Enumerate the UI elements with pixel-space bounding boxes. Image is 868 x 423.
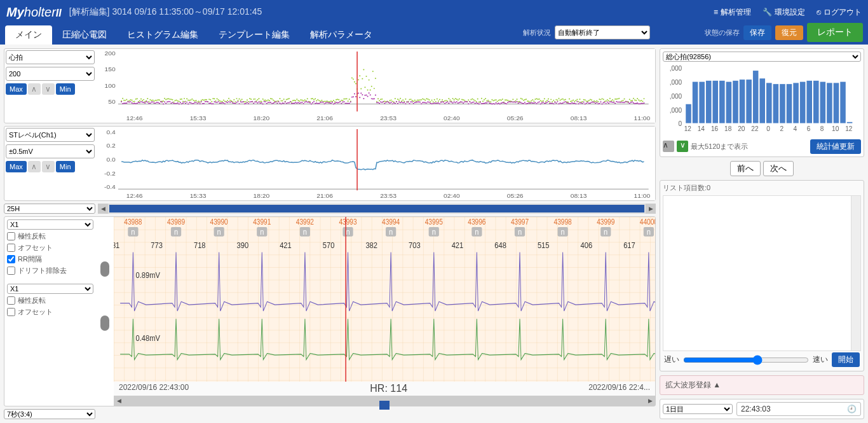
trend2-type-select[interactable]: STレベル(Ch1) <box>6 128 95 142</box>
svg-point-21 <box>132 100 133 101</box>
svg-point-539 <box>470 99 471 101</box>
expand-wave-panel[interactable]: 拡大波形登録 ▲ <box>660 375 864 395</box>
svg-text:43996: 43996 <box>468 218 485 226</box>
svg-point-58 <box>155 102 156 104</box>
svg-point-639 <box>536 98 537 99</box>
histo-update-button[interactable]: 統計値更新 <box>810 139 861 154</box>
ecg-zoom-select[interactable]: X1 <box>7 219 93 230</box>
ch2-gain-slider[interactable] <box>100 316 109 331</box>
tab-params[interactable]: 解析パラメータ <box>300 25 383 45</box>
histo-nav-down[interactable]: ∨ <box>677 141 688 152</box>
restore-button[interactable]: 復元 <box>775 25 803 40</box>
chk-polarity[interactable]: 極性反転 <box>7 232 93 241</box>
histogram-chart[interactable]: ,000 ,000 ,000 ,000 0 121416182022024681… <box>663 64 861 135</box>
tab-template[interactable]: テンプレート編集 <box>208 25 300 45</box>
trend2-min-button[interactable]: Min <box>56 161 75 172</box>
chevron-down-icon[interactable]: ∨ <box>42 83 55 95</box>
report-button[interactable]: レポート <box>807 23 863 42</box>
svg-point-472 <box>426 102 427 104</box>
svg-point-275 <box>297 100 299 101</box>
menu-analysis[interactable]: ≡解析管理 <box>714 7 751 18</box>
ch1-gain-slider[interactable] <box>100 261 109 277</box>
list-icon: ≡ <box>714 8 718 17</box>
ecg-span-select[interactable]: 7秒(3:4) <box>4 409 95 419</box>
svg-point-649 <box>543 100 544 101</box>
svg-point-252 <box>282 102 283 104</box>
trend1-chart[interactable]: 200 150 100 50 12:4615:3318:2021:0623:53… <box>98 49 655 123</box>
chk-drift[interactable]: ドリフト排除去 <box>7 266 93 275</box>
svg-point-296 <box>311 104 312 105</box>
menu-settings[interactable]: 🔧環境設定 <box>763 7 805 18</box>
svg-point-113 <box>191 99 193 100</box>
svg-point-747 <box>607 99 608 101</box>
svg-point-500 <box>444 103 445 104</box>
histo-nav-up[interactable]: ∧ <box>663 141 674 152</box>
svg-point-532 <box>465 101 466 102</box>
trend-scrollbar[interactable]: ◀ ▶ <box>98 204 656 214</box>
svg-point-482 <box>433 103 434 104</box>
svg-point-619 <box>523 100 524 101</box>
svg-point-11 <box>125 100 126 101</box>
trend1-type-select[interactable]: 心拍 <box>6 50 95 64</box>
svg-point-481 <box>433 101 434 102</box>
scroll-left-icon[interactable]: ◀ <box>98 204 108 214</box>
svg-text:12:46: 12:46 <box>126 114 143 121</box>
chevron-up-icon[interactable]: ∧ <box>28 83 41 95</box>
svg-point-741 <box>603 99 604 100</box>
ecg-zoom2-select[interactable]: X1 <box>7 284 93 294</box>
trend-span-select[interactable]: 25H <box>4 204 95 214</box>
svg-point-376 <box>363 98 364 99</box>
tab-main[interactable]: メイン <box>5 25 52 45</box>
svg-point-53 <box>153 100 154 101</box>
list-body[interactable] <box>663 195 861 351</box>
ecg-scrollbar[interactable]: ◀ ▶ <box>114 396 655 406</box>
menu-logout[interactable]: ⎋ログアウト <box>817 7 862 18</box>
svg-point-488 <box>437 102 438 104</box>
chk-offset[interactable]: オフセット <box>7 243 93 253</box>
day-select[interactable]: 1日目 <box>663 404 733 414</box>
histo-select[interactable]: 総心拍(92856) <box>663 52 861 62</box>
chevron-up-icon[interactable]: ∧ <box>28 161 41 172</box>
svg-point-416 <box>390 102 391 104</box>
chevron-down-icon[interactable]: ∨ <box>42 161 55 172</box>
svg-point-663 <box>552 101 553 102</box>
chk-polarity2[interactable]: 極性反転 <box>7 296 93 305</box>
prev-button[interactable]: 前へ <box>730 161 761 176</box>
time-input[interactable]: 22:43:03 🕘 <box>736 402 861 416</box>
trend1-scale-select[interactable]: 200 <box>6 67 95 81</box>
chk-offset2[interactable]: オフセット <box>7 307 93 317</box>
svg-point-444 <box>407 101 409 102</box>
svg-point-390 <box>372 98 374 99</box>
svg-point-467 <box>423 99 424 100</box>
svg-point-375 <box>363 69 364 70</box>
svg-point-6 <box>121 101 122 102</box>
trend1-max-button[interactable]: Max <box>6 83 27 95</box>
tab-histogram[interactable]: ヒストグラム編集 <box>117 25 208 45</box>
svg-point-350 <box>346 102 348 104</box>
svg-point-637 <box>534 99 536 100</box>
trend2-chart[interactable]: 0.4 0.2 0.0 -0.2 -0.4 12:4615:3318:2021:… <box>98 127 655 200</box>
scroll-right-icon[interactable]: ▶ <box>645 396 655 406</box>
svg-point-290 <box>307 102 308 103</box>
status-select[interactable]: 自動解析終了 <box>555 25 650 39</box>
scroll-left-icon[interactable]: ◀ <box>114 396 124 406</box>
next-button[interactable]: 次へ <box>763 161 794 176</box>
chk-rr[interactable]: RR間隔 <box>7 254 93 264</box>
svg-rect-909 <box>800 82 806 123</box>
trend2-max-button[interactable]: Max <box>6 161 27 172</box>
trend1-min-button[interactable]: Min <box>56 83 75 95</box>
start-button[interactable]: 開始 <box>832 352 860 367</box>
svg-point-708 <box>581 102 582 104</box>
ecg-waveform[interactable]: 43988 n 78143989 n 77343990 n 71843991 n… <box>114 217 655 382</box>
scroll-right-icon[interactable]: ▶ <box>646 204 656 214</box>
svg-point-564 <box>486 102 487 104</box>
svg-point-403 <box>381 99 383 100</box>
speed-slider[interactable] <box>683 355 809 365</box>
svg-point-407 <box>384 101 385 102</box>
svg-point-512 <box>452 102 454 104</box>
trend2-scale-select[interactable]: ±0.5mV <box>6 144 95 158</box>
svg-point-256 <box>285 101 286 102</box>
svg-point-419 <box>392 101 393 102</box>
save-button[interactable]: 保存 <box>743 25 771 40</box>
tab-compress[interactable]: 圧縮心電図 <box>52 25 117 45</box>
